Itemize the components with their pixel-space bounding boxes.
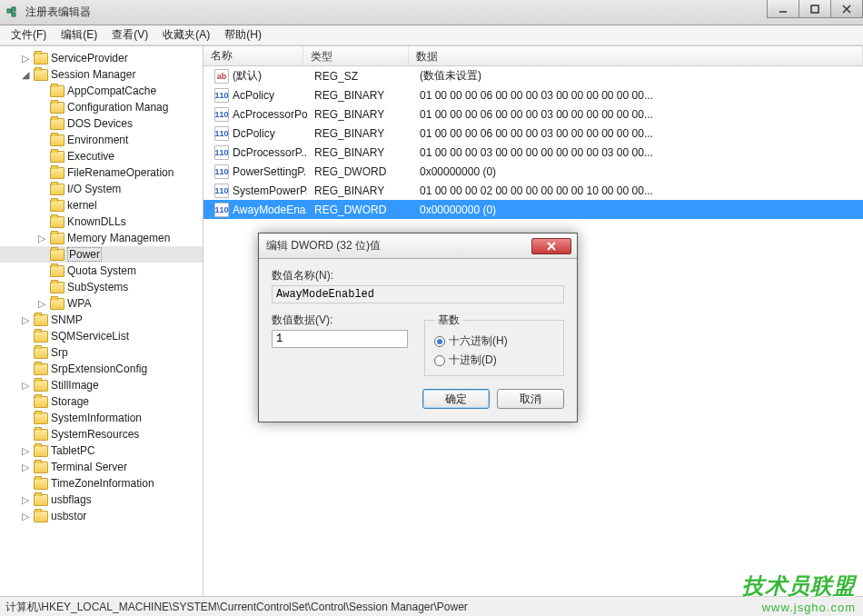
tree-item[interactable]: ▷Terminal Server — [0, 459, 203, 475]
tree-item[interactable]: Srp — [0, 344, 203, 361]
folder-icon — [34, 478, 48, 490]
cell-data: 0x00000000 (0) — [412, 204, 863, 216]
column-name[interactable]: 名称 — [203, 46, 303, 65]
tree-label: TabletPC — [51, 444, 95, 457]
list-row[interactable]: 110DcProcessorP...REG_BINARY01 00 00 00 … — [203, 143, 863, 162]
binary-value-icon: 110 — [214, 126, 229, 141]
folder-icon — [34, 396, 48, 408]
tree-item[interactable]: Quota System — [0, 263, 203, 279]
cell-name: ab(默认) — [207, 68, 307, 84]
folder-icon — [34, 69, 48, 81]
menu-item-0[interactable]: 文件(F) — [4, 25, 54, 45]
folder-icon — [50, 118, 64, 130]
radio-dec-dot — [434, 355, 445, 366]
list-row[interactable]: ab(默认)REG_SZ(数值未设置) — [203, 66, 863, 85]
folder-icon — [34, 347, 48, 359]
radio-hex[interactable]: 十六进制(H) — [434, 332, 554, 351]
tree-item[interactable]: ▷Memory Managemen — [0, 230, 203, 246]
binary-value-icon: 110 — [214, 164, 229, 179]
tree-toggle-icon[interactable]: ▷ — [20, 380, 31, 392]
cell-name: 110AwayModeEna... — [207, 203, 307, 217]
tree-toggle-icon[interactable]: ▷ — [20, 511, 31, 522]
cell-data: 01 00 00 00 06 00 00 00 03 00 00 00 00 0… — [412, 127, 863, 140]
tree-toggle-icon[interactable]: ▷ — [20, 462, 31, 473]
dialog-close-button[interactable] — [531, 238, 571, 254]
list-row[interactable]: 110AcProcessorPo...REG_BINARY01 00 00 00… — [203, 104, 863, 124]
tree-label: Executive — [67, 150, 114, 163]
tree-toggle-icon[interactable]: ◢ — [20, 69, 31, 81]
tree-label: usbflags — [51, 493, 92, 506]
tree-label: Power — [67, 247, 102, 262]
tree-item[interactable]: Environment — [0, 132, 203, 148]
tree-item[interactable]: ◢Session Manager — [0, 66, 203, 83]
tree-toggle-icon[interactable]: ▷ — [20, 445, 31, 457]
tree-item[interactable]: ▷StillImage — [0, 377, 203, 393]
radio-dec[interactable]: 十进制(D) — [434, 351, 554, 370]
tree-toggle-icon[interactable]: ▷ — [36, 233, 47, 244]
tree-item[interactable]: SystemInformation — [0, 410, 203, 426]
binary-value-icon: 110 — [214, 184, 229, 198]
tree-item[interactable]: SubSystems — [0, 279, 203, 295]
column-data[interactable]: 数据 — [409, 46, 863, 65]
window-controls — [768, 0, 863, 25]
registry-tree[interactable]: ▷ServiceProvider◢Session ManagerAppCompa… — [0, 46, 203, 596]
tree-toggle-icon[interactable]: ▷ — [36, 298, 47, 310]
cancel-button[interactable]: 取消 — [497, 389, 564, 409]
minimize-button[interactable] — [767, 0, 799, 18]
tree-item[interactable]: kernel — [0, 197, 203, 214]
tree-item[interactable]: Power — [0, 246, 203, 263]
cell-type: REG_BINARY — [307, 127, 412, 140]
cell-data: 01 00 00 00 03 00 00 00 00 00 00 00 03 0… — [412, 146, 863, 159]
svg-rect-0 — [7, 9, 11, 13]
menu-item-2[interactable]: 查看(V) — [104, 25, 155, 45]
tree-item[interactable]: SrpExtensionConfig — [0, 361, 203, 377]
tree-item[interactable]: Executive — [0, 148, 203, 164]
tree-item[interactable]: KnownDLLs — [0, 214, 203, 230]
menu-item-3[interactable]: 收藏夹(A) — [155, 25, 217, 45]
tree-item[interactable]: AppCompatCache — [0, 83, 203, 99]
tree-label: AppCompatCache — [67, 84, 156, 97]
folder-icon — [50, 233, 64, 244]
folder-icon — [34, 462, 48, 473]
menu-item-4[interactable]: 帮助(H) — [217, 25, 269, 45]
close-button[interactable] — [830, 0, 863, 18]
tree-item[interactable]: DOS Devices — [0, 115, 203, 132]
tree-item[interactable]: Configuration Manag — [0, 99, 203, 115]
tree-toggle-icon[interactable]: ▷ — [20, 494, 31, 506]
tree-label: Storage — [51, 395, 89, 408]
tree-item[interactable]: ▷usbflags — [0, 492, 203, 508]
tree-item[interactable]: TimeZoneInformation — [0, 475, 203, 492]
tree-item[interactable]: SQMServiceList — [0, 328, 203, 344]
tree-item[interactable]: ▷WPA — [0, 295, 203, 312]
ok-button[interactable]: 确定 — [422, 389, 490, 409]
tree-item[interactable]: ▷ServiceProvider — [0, 50, 203, 66]
tree-item[interactable]: ▷usbstor — [0, 508, 203, 524]
list-row[interactable]: 110DcPolicyREG_BINARY01 00 00 00 06 00 0… — [203, 124, 863, 143]
value-data-input[interactable] — [272, 330, 408, 348]
folder-icon — [50, 216, 64, 228]
column-type[interactable]: 类型 — [303, 46, 409, 65]
cell-data: 01 00 00 00 06 00 00 00 03 00 00 00 00 0… — [412, 89, 863, 102]
value-name-label: 数值名称(N): — [272, 268, 564, 283]
tree-item[interactable]: ▷TabletPC — [0, 442, 203, 459]
list-row[interactable]: 110AwayModeEna...REG_DWORD0x00000000 (0) — [203, 200, 863, 219]
tree-item[interactable]: Storage — [0, 393, 203, 410]
binary-value-icon: 110 — [214, 145, 229, 160]
tree-item[interactable]: FileRenameOperation — [0, 164, 203, 181]
list-row[interactable]: 110AcPolicyREG_BINARY01 00 00 00 06 00 0… — [203, 85, 863, 104]
tree-item[interactable]: SystemResources — [0, 426, 203, 442]
list-row[interactable]: 110PowerSettingP...REG_DWORD0x00000000 (… — [203, 162, 863, 181]
tree-toggle-icon[interactable]: ▷ — [20, 314, 31, 326]
app-icon — [5, 5, 20, 20]
cell-type: REG_DWORD — [307, 165, 412, 178]
cell-type: REG_BINARY — [307, 89, 412, 102]
menu-item-1[interactable]: 编辑(E) — [54, 25, 104, 45]
list-row[interactable]: 110SystemPowerP...REG_BINARY01 00 00 00 … — [203, 181, 863, 200]
folder-icon — [34, 53, 48, 65]
maximize-button[interactable] — [799, 0, 831, 18]
dialog-titlebar[interactable]: 编辑 DWORD (32 位)值 — [259, 233, 577, 259]
tree-item[interactable]: I/O System — [0, 181, 203, 197]
tree-toggle-icon[interactable]: ▷ — [20, 53, 31, 65]
cell-data: (数值未设置) — [412, 68, 863, 84]
tree-item[interactable]: ▷SNMP — [0, 312, 203, 328]
